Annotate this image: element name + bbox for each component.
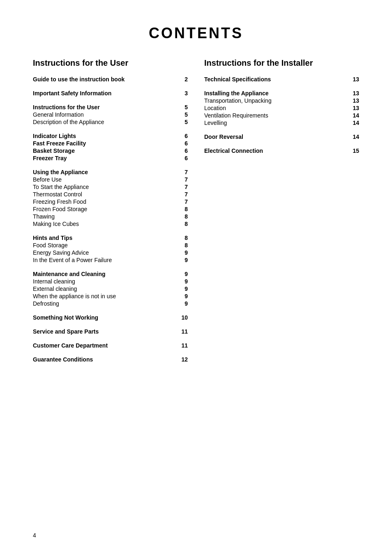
toc-label: Guarantee Conditions (33, 356, 175, 363)
toc-label: Internal cleaning (33, 278, 175, 285)
toc-group: Important Safety Information3 (33, 90, 188, 97)
toc-page-number: 9 (175, 257, 188, 263)
toc-entry: Fast Freeze Facility6 (33, 140, 188, 147)
toc-page-number: 15 (347, 147, 359, 154)
toc-label: Freezing Fresh Food (33, 198, 175, 205)
toc-page-number: 14 (347, 120, 359, 126)
toc-entry: Thermostat Control7 (33, 191, 188, 198)
toc-group: Hints and Tips8Food Storage8Energy Savin… (33, 235, 188, 263)
toc-label: General Information (33, 111, 175, 118)
toc-entry: General Information5 (33, 111, 188, 118)
toc-label: Maintenance and Cleaning (33, 271, 175, 277)
toc-page-number: 9 (175, 286, 188, 292)
toc-page-number: 9 (175, 300, 188, 307)
toc-group: Technical Specifications13 (204, 76, 359, 83)
toc-page-number: 8 (175, 221, 188, 227)
toc-entry: Defrosting9 (33, 300, 188, 307)
toc-group: Maintenance and Cleaning9Internal cleani… (33, 271, 188, 307)
columns-container: Instructions for the User Guide to use t… (33, 58, 359, 370)
toc-page-number: 9 (175, 278, 188, 285)
toc-group: Door Reversal14 (204, 134, 359, 140)
toc-label: Hints and Tips (33, 235, 175, 241)
toc-entry: External cleaning9 (33, 286, 188, 292)
page-number: 4 (33, 532, 36, 539)
toc-label: To Start the Appliance (33, 184, 175, 190)
toc-label: Installing the Appliance (204, 90, 347, 97)
toc-label: Freezer Tray (33, 155, 175, 161)
toc-page-number: 6 (175, 133, 188, 139)
toc-group: Instructions for the User5General Inform… (33, 104, 188, 125)
toc-group: Guide to use the instruction book2 (33, 76, 188, 83)
toc-page-number: 6 (175, 140, 188, 147)
toc-entry: Hints and Tips8 (33, 235, 188, 241)
toc-page-number: 7 (175, 198, 188, 205)
toc-label: Customer Care Department (33, 342, 175, 349)
toc-page-number: 10 (175, 314, 188, 321)
toc-label: Making Ice Cubes (33, 221, 175, 227)
toc-label: Instructions for the User (33, 104, 175, 111)
toc-entry: Making Ice Cubes8 (33, 221, 188, 227)
toc-label: Guide to use the instruction book (33, 76, 175, 83)
toc-entry: Transportation, Unpacking13 (204, 97, 359, 104)
left-toc-groups: Guide to use the instruction book2Import… (33, 76, 188, 363)
toc-entry: Location13 (204, 105, 359, 111)
toc-page-number: 6 (175, 155, 188, 161)
toc-page-number: 9 (175, 249, 188, 256)
toc-page-number: 11 (175, 328, 188, 335)
toc-group: Electrical Connection15 (204, 147, 359, 154)
toc-page-number: 5 (175, 111, 188, 118)
toc-entry: Instructions for the User5 (33, 104, 188, 111)
toc-label: Using the Appliance (33, 169, 175, 175)
toc-group: Guarantee Conditions12 (33, 356, 188, 363)
toc-group: Using the Appliance7Before Use7To Start … (33, 169, 188, 227)
toc-entry: Service and Spare Parts11 (33, 328, 188, 335)
toc-entry: In the Event of a Power Failure9 (33, 257, 188, 263)
toc-page-number: 11 (175, 342, 188, 349)
toc-entry: Food Storage8 (33, 242, 188, 249)
toc-group: Installing the Appliance13Transportation… (204, 90, 359, 126)
toc-page-number: 14 (347, 134, 359, 140)
toc-label: Something Not Working (33, 314, 175, 321)
toc-label: Energy Saving Advice (33, 249, 175, 256)
toc-label: Location (204, 105, 347, 111)
toc-group: Service and Spare Parts11 (33, 328, 188, 335)
toc-label: Transportation, Unpacking (204, 97, 347, 104)
toc-entry: Technical Specifications13 (204, 76, 359, 83)
left-column-heading: Instructions for the User (33, 58, 188, 68)
toc-entry: Installing the Appliance13 (204, 90, 359, 97)
toc-entry: Door Reversal14 (204, 134, 359, 140)
toc-page-number: 9 (175, 271, 188, 277)
toc-label: Basket Storage (33, 147, 175, 154)
toc-entry: Freezer Tray6 (33, 155, 188, 161)
toc-page-number: 7 (175, 184, 188, 190)
toc-entry: Freezing Fresh Food7 (33, 198, 188, 205)
toc-label: Thermostat Control (33, 191, 175, 198)
toc-group: Something Not Working10 (33, 314, 188, 321)
toc-entry: Frozen Food Storage8 (33, 206, 188, 212)
toc-page-number: 6 (175, 147, 188, 154)
toc-label: External cleaning (33, 286, 175, 292)
toc-label: Electrical Connection (204, 147, 347, 154)
toc-label: Defrosting (33, 300, 175, 307)
toc-entry: Description of the Appliance5 (33, 119, 188, 125)
toc-entry: Customer Care Department11 (33, 342, 188, 349)
toc-page-number: 7 (175, 176, 188, 183)
toc-page-number: 5 (175, 119, 188, 125)
toc-page-number: 8 (175, 213, 188, 220)
toc-entry: Thawing8 (33, 213, 188, 220)
right-column: Instructions for the Installer Technical… (204, 58, 359, 370)
toc-entry: Ventilation Requirements14 (204, 112, 359, 119)
toc-entry: Guarantee Conditions12 (33, 356, 188, 363)
toc-page-number: 13 (347, 105, 359, 111)
toc-page-number: 13 (347, 97, 359, 104)
toc-entry: Maintenance and Cleaning9 (33, 271, 188, 277)
toc-entry: Using the Appliance7 (33, 169, 188, 175)
toc-page-number: 8 (175, 235, 188, 241)
toc-page-number: 14 (347, 112, 359, 119)
toc-label: Ventilation Requirements (204, 112, 347, 119)
toc-page-number: 3 (175, 90, 188, 97)
toc-entry: Guide to use the instruction book2 (33, 76, 188, 83)
toc-page-number: 7 (175, 191, 188, 198)
toc-page-number: 7 (175, 169, 188, 175)
toc-page-number: 13 (347, 90, 359, 97)
